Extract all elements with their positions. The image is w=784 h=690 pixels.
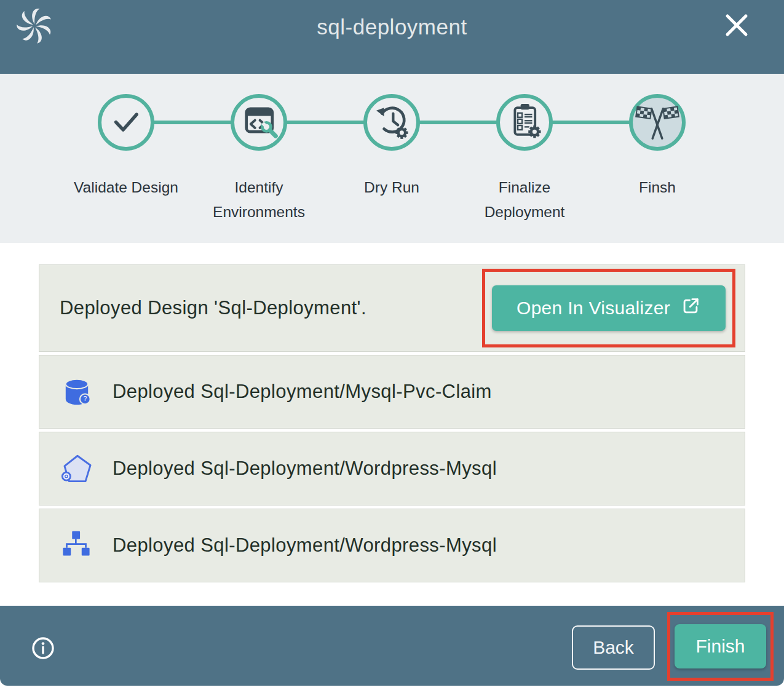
modal-title: sql-deployment [0,15,784,39]
deployed-resource-row: Deployed Sql-Deployment/Wordpress-Mysql [39,509,745,582]
step-label: Finalize Deployment [472,175,577,224]
close-icon[interactable] [721,10,752,41]
step-label: Identify Environments [206,175,312,224]
deployment-results: Deployed Design 'Sql-Deployment'. Open I… [0,243,784,606]
step-label: Finsh [604,175,710,200]
stepper-step-finish: Finsh [591,94,724,224]
info-icon[interactable] [31,636,55,660]
stepper-step-finalize-deployment: Finalize Deployment [458,94,591,224]
external-link-icon [680,296,701,321]
step-circle [629,94,686,151]
deployed-resource-text: Deployed Sql-Deployment/Wordpress-Mysql [113,458,497,480]
stepper-step-identify-environments: Identify Environments [192,94,325,224]
svg-text:?: ? [83,395,87,402]
open-in-visualizer-label: Open In Visualizer [517,298,670,319]
step-label: Validate Design [73,175,179,200]
annotation-highlight-finish: Finish [667,612,774,681]
step-circle [231,94,287,151]
step-circle [98,94,154,151]
deployed-resource-text: Deployed Sql-Deployment/Wordpress-Mysql [113,534,497,557]
annotation-highlight-open-in-visualizer: Open In Visualizer [482,269,735,347]
back-button[interactable]: Back [572,625,655,670]
step-circle [363,94,420,151]
deployed-resource-text: Deployed Sql-Deployment/Mysql-Pvc-Claim [113,381,492,403]
modal-footer: Back Finish [0,606,784,686]
pentagon-component-icon [60,451,94,486]
checkered-flags-icon [633,97,681,148]
finish-button[interactable]: Finish [675,624,766,668]
deployed-resource-row: Deployed Sql-Deployment/Wordpress-Mysql [39,432,745,506]
open-in-visualizer-button[interactable]: Open In Visualizer [492,285,726,331]
deployment-summary-row: Deployed Design 'Sql-Deployment'. Open I… [39,264,745,352]
step-label: Dry Run [339,175,445,200]
deployed-resource-row: ? Deployed Sql-Deployment/Mysql-Pvc-Clai… [39,355,745,429]
modal-header: sql-deployment [0,0,784,74]
stepper-step-validate-design: Validate Design [60,94,192,224]
clipboard-gear-icon [501,97,548,148]
deployment-summary-text: Deployed Design 'Sql-Deployment'. [39,297,366,319]
code-window-wrench-icon [235,97,283,148]
step-circle [496,94,553,151]
hierarchy-icon [60,528,94,563]
database-icon: ? [60,375,94,409]
deployment-wizard-modal: sql-deployment Vali [0,0,784,690]
check-icon [102,97,150,148]
history-gear-icon [368,97,416,148]
wizard-stepper: Validate Design [0,74,784,243]
stepper-step-dry-run: Dry Run [325,94,458,224]
